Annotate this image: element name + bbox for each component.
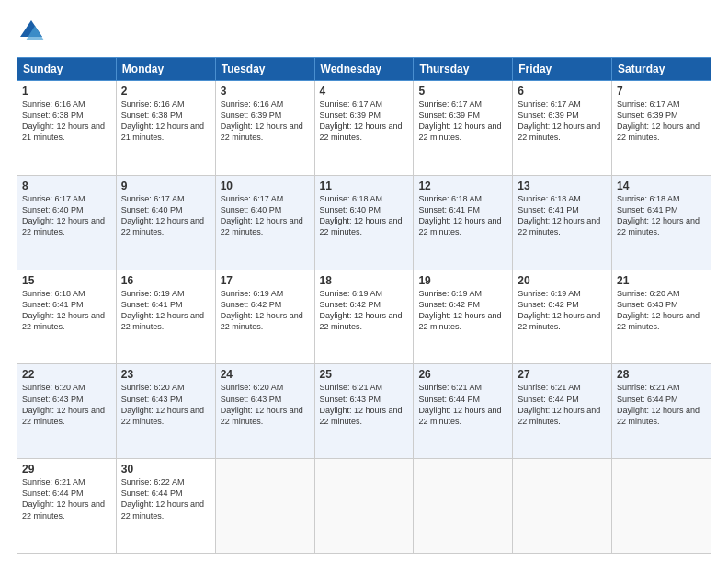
calendar-cell: 2 Sunrise: 6:16 AMSunset: 6:38 PMDayligh… [116,81,215,176]
day-number: 16 [121,274,210,287]
day-number: 15 [22,274,111,287]
day-number: 10 [221,179,310,192]
day-header-thursday: Thursday [414,58,513,81]
calendar-week-row: 22 Sunrise: 6:20 AMSunset: 6:43 PMDaylig… [17,364,711,459]
day-number: 5 [418,85,507,98]
calendar-cell [513,459,612,554]
day-number: 12 [418,179,507,192]
day-info: Sunrise: 6:17 AMSunset: 6:40 PMDaylight:… [121,194,204,236]
day-info: Sunrise: 6:18 AMSunset: 6:41 PMDaylight:… [418,194,501,236]
day-number: 2 [121,85,210,98]
day-header-monday: Monday [116,58,215,81]
day-header-wednesday: Wednesday [314,58,414,81]
day-info: Sunrise: 6:21 AMSunset: 6:44 PMDaylight:… [518,383,600,425]
calendar-cell: 18 Sunrise: 6:19 AMSunset: 6:42 PMDaylig… [314,270,414,364]
day-info: Sunrise: 6:18 AMSunset: 6:41 PMDaylight:… [518,194,600,236]
day-info: Sunrise: 6:17 AMSunset: 6:39 PMDaylight:… [320,99,403,142]
day-info: Sunrise: 6:19 AMSunset: 6:42 PMDaylight:… [221,289,303,331]
day-info: Sunrise: 6:21 AMSunset: 6:44 PMDaylight:… [617,383,700,425]
day-info: Sunrise: 6:18 AMSunset: 6:41 PMDaylight:… [22,289,105,331]
day-number: 24 [221,368,310,381]
calendar-cell [612,459,711,554]
day-number: 21 [617,274,706,287]
day-number: 3 [221,85,310,98]
day-number: 19 [418,274,507,287]
calendar-cell: 15 Sunrise: 6:18 AMSunset: 6:41 PMDaylig… [17,270,117,364]
calendar-cell: 22 Sunrise: 6:20 AMSunset: 6:43 PMDaylig… [17,364,117,459]
calendar-cell: 12 Sunrise: 6:18 AMSunset: 6:41 PMDaylig… [414,175,513,270]
day-number: 4 [320,85,409,98]
day-info: Sunrise: 6:16 AMSunset: 6:39 PMDaylight:… [221,99,303,142]
day-header-saturday: Saturday [612,58,711,81]
calendar-cell: 30 Sunrise: 6:22 AMSunset: 6:44 PMDaylig… [116,459,215,554]
calendar-cell: 26 Sunrise: 6:21 AMSunset: 6:44 PMDaylig… [414,364,513,459]
calendar-cell: 6 Sunrise: 6:17 AMSunset: 6:39 PMDayligh… [513,81,612,176]
day-info: Sunrise: 6:18 AMSunset: 6:41 PMDaylight:… [617,194,700,236]
calendar-cell: 10 Sunrise: 6:17 AMSunset: 6:40 PMDaylig… [215,175,314,270]
day-info: Sunrise: 6:17 AMSunset: 6:40 PMDaylight:… [221,194,303,236]
calendar-cell: 7 Sunrise: 6:17 AMSunset: 6:39 PMDayligh… [612,81,711,176]
calendar-cell: 25 Sunrise: 6:21 AMSunset: 6:43 PMDaylig… [314,364,414,459]
day-number: 8 [22,179,111,192]
calendar-header-row: SundayMondayTuesdayWednesdayThursdayFrid… [17,58,711,81]
day-info: Sunrise: 6:21 AMSunset: 6:43 PMDaylight:… [320,383,403,425]
day-number: 22 [22,368,111,381]
calendar-week-row: 29 Sunrise: 6:21 AMSunset: 6:44 PMDaylig… [17,459,711,554]
day-info: Sunrise: 6:16 AMSunset: 6:38 PMDaylight:… [121,99,204,142]
day-info: Sunrise: 6:16 AMSunset: 6:38 PMDaylight:… [22,99,105,142]
day-number: 25 [320,368,409,381]
day-number: 1 [22,85,111,98]
calendar-cell: 3 Sunrise: 6:16 AMSunset: 6:39 PMDayligh… [215,81,314,176]
calendar-cell: 24 Sunrise: 6:20 AMSunset: 6:43 PMDaylig… [215,364,314,459]
calendar-cell [414,459,513,554]
day-number: 28 [617,368,706,381]
day-number: 23 [121,368,210,381]
day-number: 13 [518,179,607,192]
day-number: 14 [617,179,706,192]
day-header-tuesday: Tuesday [215,58,314,81]
calendar-cell: 23 Sunrise: 6:20 AMSunset: 6:43 PMDaylig… [116,364,215,459]
calendar-cell [314,459,414,554]
day-number: 30 [121,463,210,476]
day-info: Sunrise: 6:19 AMSunset: 6:42 PMDaylight:… [320,289,403,331]
day-info: Sunrise: 6:17 AMSunset: 6:40 PMDaylight:… [22,194,105,236]
day-number: 29 [22,463,111,476]
day-number: 11 [320,179,409,192]
day-number: 9 [121,179,210,192]
calendar-table: SundayMondayTuesdayWednesdayThursdayFrid… [17,57,711,554]
calendar-cell: 29 Sunrise: 6:21 AMSunset: 6:44 PMDaylig… [17,459,117,554]
day-info: Sunrise: 6:19 AMSunset: 6:42 PMDaylight:… [418,289,501,331]
day-number: 26 [418,368,507,381]
calendar-cell: 8 Sunrise: 6:17 AMSunset: 6:40 PMDayligh… [17,175,117,270]
day-info: Sunrise: 6:17 AMSunset: 6:39 PMDaylight:… [518,99,600,142]
calendar-cell: 21 Sunrise: 6:20 AMSunset: 6:43 PMDaylig… [612,270,711,364]
calendar-cell: 1 Sunrise: 6:16 AMSunset: 6:38 PMDayligh… [17,81,117,176]
day-header-sunday: Sunday [17,58,117,81]
calendar-cell: 20 Sunrise: 6:19 AMSunset: 6:42 PMDaylig… [513,270,612,364]
day-info: Sunrise: 6:20 AMSunset: 6:43 PMDaylight:… [221,383,303,425]
day-info: Sunrise: 6:22 AMSunset: 6:44 PMDaylight:… [121,477,204,520]
day-number: 20 [518,274,607,287]
calendar-cell: 17 Sunrise: 6:19 AMSunset: 6:42 PMDaylig… [215,270,314,364]
calendar-cell: 14 Sunrise: 6:18 AMSunset: 6:41 PMDaylig… [612,175,711,270]
day-info: Sunrise: 6:19 AMSunset: 6:41 PMDaylight:… [121,289,204,331]
day-number: 7 [617,85,706,98]
calendar-cell: 4 Sunrise: 6:17 AMSunset: 6:39 PMDayligh… [314,81,414,176]
calendar-week-row: 8 Sunrise: 6:17 AMSunset: 6:40 PMDayligh… [17,175,711,270]
day-number: 6 [518,85,607,98]
calendar-cell: 5 Sunrise: 6:17 AMSunset: 6:39 PMDayligh… [414,81,513,176]
day-info: Sunrise: 6:17 AMSunset: 6:39 PMDaylight:… [617,99,700,142]
page: SundayMondayTuesdayWednesdayThursdayFrid… [0,0,728,563]
day-header-friday: Friday [513,58,612,81]
day-info: Sunrise: 6:20 AMSunset: 6:43 PMDaylight:… [617,289,700,331]
calendar-cell: 19 Sunrise: 6:19 AMSunset: 6:42 PMDaylig… [414,270,513,364]
day-info: Sunrise: 6:21 AMSunset: 6:44 PMDaylight:… [418,383,501,425]
calendar-cell: 16 Sunrise: 6:19 AMSunset: 6:41 PMDaylig… [116,270,215,364]
calendar-week-row: 1 Sunrise: 6:16 AMSunset: 6:38 PMDayligh… [17,81,711,176]
calendar-cell: 28 Sunrise: 6:21 AMSunset: 6:44 PMDaylig… [612,364,711,459]
calendar-cell [215,459,314,554]
day-info: Sunrise: 6:17 AMSunset: 6:39 PMDaylight:… [418,99,501,142]
day-info: Sunrise: 6:18 AMSunset: 6:40 PMDaylight:… [320,194,403,236]
day-info: Sunrise: 6:19 AMSunset: 6:42 PMDaylight:… [518,289,600,331]
calendar-cell: 27 Sunrise: 6:21 AMSunset: 6:44 PMDaylig… [513,364,612,459]
